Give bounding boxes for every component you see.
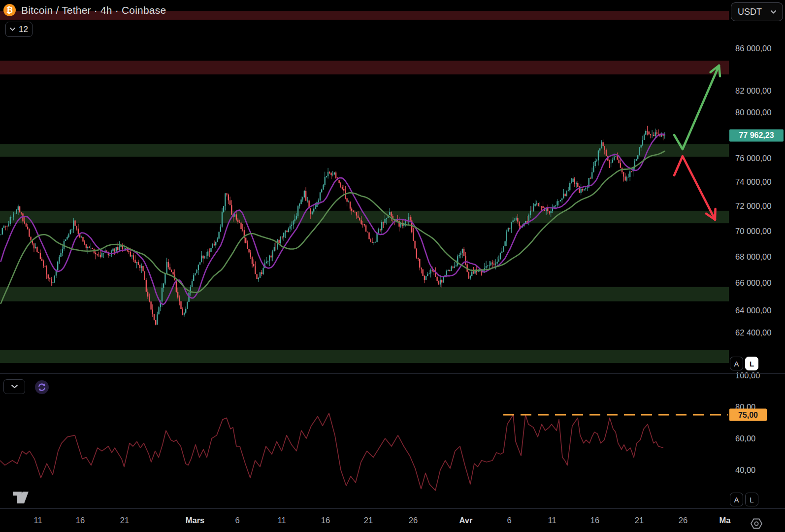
log-scale-button-lower[interactable]: L: [745, 493, 758, 506]
time-axis-month-label: Ma: [720, 516, 731, 525]
support-zone[interactable]: [0, 144, 729, 157]
auto-scale-button-lower[interactable]: A: [730, 493, 743, 506]
bearish-projection-arrowhead: [715, 209, 716, 220]
oscillator-line[interactable]: [0, 413, 663, 491]
time-axis-day-label: 26: [679, 516, 687, 525]
time-axis-day-label: 21: [120, 516, 129, 525]
resistance-zone[interactable]: [0, 61, 729, 74]
time-axis-day-label: 11: [548, 516, 556, 525]
chevron-down-icon: [771, 10, 776, 14]
time-axis-day-label: 21: [364, 516, 373, 525]
bullish-projection-arrowhead: [719, 66, 720, 76]
bitcoin-icon: ₿: [3, 4, 16, 16]
interval-label: 12: [19, 25, 28, 34]
pane-divider[interactable]: [0, 373, 785, 374]
log-scale-button-main[interactable]: L: [745, 357, 758, 370]
currency-value: USDT: [738, 7, 762, 17]
indicator-collapse-button[interactable]: 12: [5, 22, 33, 37]
chart-plot-area[interactable]: [0, 0, 785, 532]
time-axis-day-label: 21: [635, 516, 644, 525]
currency-select[interactable]: USDT: [731, 2, 783, 21]
time-axis-day-label: 6: [235, 516, 239, 525]
time-axis[interactable]: 111621Mars611162126Avr611162126Ma: [0, 508, 785, 532]
time-axis-day-label: 11: [33, 516, 42, 525]
tradingview-chart-window: ₿ Bitcoin / Tether · 4h · Coinbase 12 US…: [0, 0, 785, 532]
time-axis-day-label: 16: [590, 516, 599, 525]
support-zone[interactable]: [0, 350, 729, 363]
time-axis-day-label: 6: [507, 516, 511, 525]
auto-scale-button-main[interactable]: A: [730, 357, 743, 370]
support-zone[interactable]: [0, 211, 729, 223]
time-axis-day-label: 16: [76, 516, 85, 525]
oscillator-collapse-button[interactable]: [3, 379, 25, 394]
last-price-badge: 77 962,23: [729, 129, 784, 141]
symbol-title: Bitcoin / Tether · 4h · Coinbase: [21, 4, 166, 16]
chevron-down-icon: [11, 385, 18, 389]
time-axis-month-label: Mars: [186, 516, 205, 525]
chevron-down-icon: [10, 28, 15, 31]
bullish-projection-arrow[interactable]: [674, 66, 719, 149]
refresh-icon[interactable]: [35, 380, 49, 394]
support-zone[interactable]: [0, 287, 729, 301]
time-axis-month-label: Avr: [459, 516, 473, 525]
time-axis-day-label: 26: [409, 516, 418, 525]
threshold-badge: 75,00: [729, 409, 767, 421]
time-axis-day-label: 11: [277, 516, 286, 525]
bearish-projection-arrow[interactable]: [674, 156, 715, 220]
time-axis-day-label: 16: [321, 516, 330, 525]
symbol-legend[interactable]: ₿ Bitcoin / Tether · 4h · Coinbase: [3, 4, 166, 16]
